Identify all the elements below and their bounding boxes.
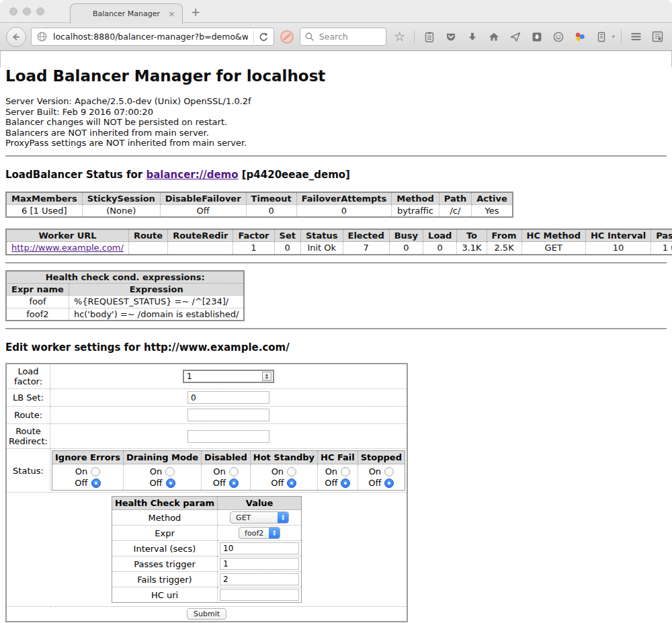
status-table: Ignore Errors Draining Mode Disabled Hot… <box>52 450 405 491</box>
table-header-row: Expr name Expression <box>6 283 244 295</box>
cell-failoverattempts: 0 <box>296 204 392 217</box>
hc-method-select[interactable]: GET ▲▼ <box>230 511 289 524</box>
ignore-errors-off-radio[interactable] <box>91 479 101 488</box>
hot-standby-on-radio[interactable] <box>287 467 296 476</box>
hc-expr-select[interactable]: foof2 ▲▼ <box>239 527 280 539</box>
col-active: Active <box>472 192 513 205</box>
cell-active: Yes <box>472 204 513 217</box>
draining-mode-off-radio[interactable] <box>166 479 175 488</box>
hc-method-cell: GET ▲▼ <box>218 510 302 526</box>
cell-path: /c/ <box>439 204 471 217</box>
tab-balancer-manager[interactable]: Balancer Manager × <box>70 3 183 24</box>
hc-method-row: Method GET ▲▼ <box>112 510 301 526</box>
search-input[interactable] <box>318 31 382 42</box>
reading-list-icon[interactable] <box>421 28 437 46</box>
tab-close-icon[interactable]: × <box>168 9 175 18</box>
divider <box>5 262 667 263</box>
health-check-row: Health Check param Value Method GET ▲▼ <box>6 493 407 607</box>
spinner-down-icon[interactable]: ▼ <box>265 376 268 380</box>
downloads-icon[interactable] <box>464 28 480 46</box>
col-set: Set <box>274 229 300 242</box>
hc-expr-cell: foof2 ▲▼ <box>218 526 302 541</box>
save-page-icon[interactable] <box>528 28 545 46</box>
off-label: Off <box>75 478 87 488</box>
disabled-off-radio[interactable] <box>229 479 239 488</box>
send-tab-icon[interactable] <box>507 28 523 46</box>
hc-passes-cell <box>218 556 302 572</box>
stopped-on-radio[interactable] <box>384 467 394 476</box>
home-icon[interactable] <box>485 28 502 46</box>
worker-row: http://www.example.com/ 1 0 Init Ok 7 0 … <box>6 242 672 255</box>
cell-routeredir <box>168 242 233 255</box>
back-button[interactable] <box>6 27 26 47</box>
col-timeout: Timeout <box>246 192 296 205</box>
disabled-on-radio[interactable] <box>229 467 239 476</box>
bookmark-star-icon[interactable]: ☆ <box>391 28 408 46</box>
off-label: Off <box>213 478 226 488</box>
lb-set-input[interactable] <box>187 391 269 404</box>
edit-worker-form: Load factor: 1 ▲ ▼ LB Set: <box>5 363 408 622</box>
hc-fail-off-radio[interactable] <box>341 479 350 488</box>
pocket-icon[interactable] <box>442 28 459 46</box>
select-arrows-icon: ▲▼ <box>269 527 280 539</box>
cell-from: 2.5K <box>487 242 521 255</box>
table-header-row: MaxMembers StickySession DisableFailover… <box>6 192 513 205</box>
col-to: To <box>457 229 487 242</box>
select-arrows-icon: ▲▼ <box>278 511 288 524</box>
url-input[interactable] <box>52 31 249 42</box>
stopped-off-radio[interactable] <box>384 479 394 488</box>
hc-fails-input[interactable] <box>220 573 299 585</box>
cell-status: Init Ok <box>300 242 343 255</box>
cell-factor: 1 <box>233 242 274 255</box>
draining-mode-on-radio[interactable] <box>165 467 175 476</box>
page-content: Load Balancer Manager for localhost Serv… <box>0 67 672 623</box>
hc-uri-row: HC uri <box>112 587 301 603</box>
feedback-smiley-icon[interactable] <box>550 28 567 46</box>
col-elected: Elected <box>343 229 389 242</box>
expr-row-foof: foof %{REQUEST_STATUS} =~ /^[234]/ <box>6 295 244 308</box>
health-check-expressions-table: Health check cond. expressions: Expr nam… <box>5 270 245 322</box>
route-input[interactable] <box>187 409 269 421</box>
submit-button[interactable]: Submit <box>187 608 226 620</box>
address-bar[interactable] <box>31 28 274 46</box>
hc-uri-input[interactable] <box>220 589 299 601</box>
col-hc-param: Health Check param <box>112 497 217 510</box>
balancer-demo-link[interactable]: balancer://demo <box>146 169 238 181</box>
device-sidebar-icon[interactable] <box>593 28 610 46</box>
tab-title: Balancer Manager <box>93 9 160 18</box>
route-cell <box>50 407 408 424</box>
menu-hamburger-icon[interactable] <box>628 28 644 46</box>
col-method: Method <box>392 192 439 205</box>
balancer-status-table: MaxMembers StickySession DisableFailover… <box>5 192 513 218</box>
reload-icon[interactable] <box>258 32 269 42</box>
expr-table-title: Health check cond. expressions: <box>6 271 244 284</box>
status-radios-row: On Off On Off On Off <box>52 464 405 491</box>
chevron-down-icon[interactable]: ▾ <box>612 34 615 40</box>
col-passes: Passes <box>651 229 672 242</box>
reader-grid-icon[interactable] <box>649 28 666 46</box>
divider <box>5 155 667 157</box>
route-redirect-input[interactable] <box>187 430 269 443</box>
hot-standby-off-radio[interactable] <box>287 479 296 488</box>
load-factor-input[interactable]: 1 ▲ ▼ <box>183 370 274 383</box>
hc-fail-on-radio[interactable] <box>341 467 350 476</box>
hc-passes-input[interactable] <box>220 558 299 570</box>
ignore-errors-on-radio[interactable] <box>91 467 100 476</box>
new-tab-button[interactable]: + <box>191 5 200 19</box>
col-expression: Expression <box>69 283 244 295</box>
minimize-window-button[interactable] <box>23 7 31 15</box>
search-bar[interactable] <box>300 28 386 46</box>
zoom-window-button[interactable] <box>36 7 44 15</box>
cell-elected: 7 <box>343 242 389 255</box>
col-stickysession: StickySession <box>82 192 160 205</box>
number-spinner[interactable]: ▲ ▼ <box>262 372 271 381</box>
adblock-button[interactable] <box>279 29 295 45</box>
toolbar-divider <box>414 30 415 44</box>
nav-toolbar: ☆ <box>0 23 672 51</box>
worker-url-link[interactable]: http://www.example.com/ <box>11 243 124 253</box>
close-window-button[interactable] <box>9 7 17 15</box>
blocked-circle-icon <box>280 30 294 44</box>
health-check-cell: Health Check param Value Method GET ▲▼ <box>6 493 407 607</box>
colored-dots-extension-icon[interactable] <box>572 28 589 46</box>
hc-interval-input[interactable] <box>220 542 299 554</box>
